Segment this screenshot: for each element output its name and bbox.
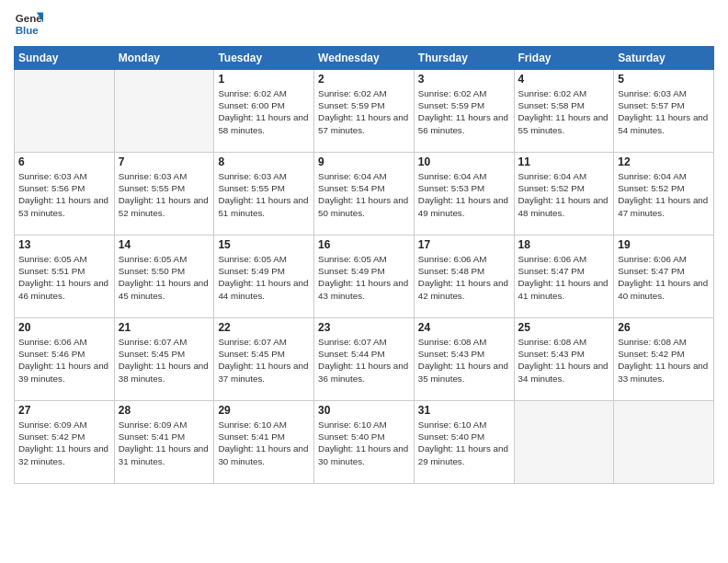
day-number: 4 — [518, 73, 610, 86]
header: General Blue — [14, 9, 714, 39]
weekday-header-tuesday: Tuesday — [214, 47, 314, 70]
day-number: 22 — [218, 321, 310, 334]
day-number: 8 — [218, 155, 310, 168]
calendar-cell: 14Sunrise: 6:05 AM Sunset: 5:50 PM Dayli… — [114, 236, 214, 318]
day-info: Sunrise: 6:03 AM Sunset: 5:57 PM Dayligh… — [618, 87, 710, 136]
day-info: Sunrise: 6:09 AM Sunset: 5:42 PM Dayligh… — [18, 419, 110, 467]
day-info: Sunrise: 6:07 AM Sunset: 5:45 PM Dayligh… — [119, 336, 210, 385]
day-number: 14 — [119, 238, 210, 251]
day-info: Sunrise: 6:06 AM Sunset: 5:47 PM Dayligh… — [518, 253, 610, 302]
calendar-cell — [15, 70, 115, 153]
calendar-week-4: 20Sunrise: 6:06 AM Sunset: 5:46 PM Dayli… — [15, 318, 714, 401]
day-number: 1 — [218, 73, 310, 86]
calendar-cell: 30Sunrise: 6:10 AM Sunset: 5:40 PM Dayli… — [314, 401, 415, 484]
calendar-week-3: 13Sunrise: 6:05 AM Sunset: 5:51 PM Dayli… — [15, 236, 714, 318]
calendar-cell: 11Sunrise: 6:04 AM Sunset: 5:52 PM Dayli… — [514, 153, 614, 236]
calendar-cell: 25Sunrise: 6:08 AM Sunset: 5:43 PM Dayli… — [514, 318, 614, 401]
calendar-cell: 23Sunrise: 6:07 AM Sunset: 5:44 PM Dayli… — [314, 318, 415, 401]
weekday-header-thursday: Thursday — [414, 47, 514, 70]
day-number: 11 — [518, 155, 610, 168]
weekday-row: SundayMondayTuesdayWednesdayThursdayFrid… — [15, 47, 714, 70]
calendar-week-2: 6Sunrise: 6:03 AM Sunset: 5:56 PM Daylig… — [15, 153, 714, 236]
day-info: Sunrise: 6:06 AM Sunset: 5:48 PM Dayligh… — [418, 253, 510, 302]
day-info: Sunrise: 6:08 AM Sunset: 5:43 PM Dayligh… — [418, 336, 510, 385]
calendar-cell: 22Sunrise: 6:07 AM Sunset: 5:45 PM Dayli… — [214, 318, 314, 401]
day-info: Sunrise: 6:10 AM Sunset: 5:41 PM Dayligh… — [218, 419, 310, 467]
day-info: Sunrise: 6:09 AM Sunset: 5:41 PM Dayligh… — [119, 419, 210, 467]
day-info: Sunrise: 6:06 AM Sunset: 5:46 PM Dayligh… — [18, 336, 110, 385]
calendar-week-5: 27Sunrise: 6:09 AM Sunset: 5:42 PM Dayli… — [15, 401, 714, 484]
day-number: 2 — [318, 73, 410, 86]
calendar-table: SundayMondayTuesdayWednesdayThursdayFrid… — [14, 46, 714, 484]
day-info: Sunrise: 6:02 AM Sunset: 5:59 PM Dayligh… — [418, 87, 510, 136]
calendar-cell: 31Sunrise: 6:10 AM Sunset: 5:40 PM Dayli… — [414, 401, 514, 484]
day-number: 7 — [119, 155, 210, 168]
day-number: 16 — [318, 238, 410, 251]
day-info: Sunrise: 6:07 AM Sunset: 5:45 PM Dayligh… — [218, 336, 310, 385]
day-number: 25 — [518, 321, 610, 334]
day-info: Sunrise: 6:03 AM Sunset: 5:56 PM Dayligh… — [18, 170, 110, 219]
day-info: Sunrise: 6:05 AM Sunset: 5:49 PM Dayligh… — [318, 253, 410, 302]
calendar-cell: 10Sunrise: 6:04 AM Sunset: 5:53 PM Dayli… — [414, 153, 514, 236]
day-info: Sunrise: 6:07 AM Sunset: 5:44 PM Dayligh… — [318, 336, 410, 385]
day-info: Sunrise: 6:06 AM Sunset: 5:47 PM Dayligh… — [618, 253, 710, 302]
day-info: Sunrise: 6:05 AM Sunset: 5:49 PM Dayligh… — [218, 253, 310, 302]
calendar-cell: 13Sunrise: 6:05 AM Sunset: 5:51 PM Dayli… — [15, 236, 115, 318]
day-info: Sunrise: 6:10 AM Sunset: 5:40 PM Dayligh… — [318, 419, 410, 467]
calendar-cell — [614, 401, 714, 484]
day-info: Sunrise: 6:04 AM Sunset: 5:54 PM Dayligh… — [318, 170, 410, 219]
day-number: 5 — [618, 73, 710, 86]
calendar-cell — [114, 70, 214, 153]
calendar-week-1: 1Sunrise: 6:02 AM Sunset: 6:00 PM Daylig… — [15, 70, 714, 153]
calendar-cell: 5Sunrise: 6:03 AM Sunset: 5:57 PM Daylig… — [614, 70, 714, 153]
calendar-cell: 27Sunrise: 6:09 AM Sunset: 5:42 PM Dayli… — [15, 401, 115, 484]
calendar-cell: 3Sunrise: 6:02 AM Sunset: 5:59 PM Daylig… — [414, 70, 514, 153]
calendar-cell: 28Sunrise: 6:09 AM Sunset: 5:41 PM Dayli… — [114, 401, 214, 484]
calendar-cell: 4Sunrise: 6:02 AM Sunset: 5:58 PM Daylig… — [514, 70, 614, 153]
day-number: 27 — [18, 404, 110, 417]
calendar-cell: 2Sunrise: 6:02 AM Sunset: 5:59 PM Daylig… — [314, 70, 415, 153]
calendar-cell: 24Sunrise: 6:08 AM Sunset: 5:43 PM Dayli… — [414, 318, 514, 401]
day-number: 31 — [418, 404, 510, 417]
day-number: 20 — [18, 321, 110, 334]
day-info: Sunrise: 6:04 AM Sunset: 5:53 PM Dayligh… — [418, 170, 510, 219]
calendar-cell: 21Sunrise: 6:07 AM Sunset: 5:45 PM Dayli… — [114, 318, 214, 401]
calendar-cell: 12Sunrise: 6:04 AM Sunset: 5:52 PM Dayli… — [614, 153, 714, 236]
calendar-cell: 29Sunrise: 6:10 AM Sunset: 5:41 PM Dayli… — [214, 401, 314, 484]
day-info: Sunrise: 6:08 AM Sunset: 5:42 PM Dayligh… — [618, 336, 710, 385]
day-info: Sunrise: 6:05 AM Sunset: 5:50 PM Dayligh… — [119, 253, 210, 302]
day-info: Sunrise: 6:03 AM Sunset: 5:55 PM Dayligh… — [119, 170, 210, 219]
day-number: 17 — [418, 238, 510, 251]
day-info: Sunrise: 6:02 AM Sunset: 5:59 PM Dayligh… — [318, 87, 410, 136]
day-info: Sunrise: 6:10 AM Sunset: 5:40 PM Dayligh… — [418, 419, 510, 467]
calendar-cell: 17Sunrise: 6:06 AM Sunset: 5:48 PM Dayli… — [414, 236, 514, 318]
day-number: 3 — [418, 73, 510, 86]
calendar-cell: 15Sunrise: 6:05 AM Sunset: 5:49 PM Dayli… — [214, 236, 314, 318]
day-number: 15 — [218, 238, 310, 251]
calendar-cell: 18Sunrise: 6:06 AM Sunset: 5:47 PM Dayli… — [514, 236, 614, 318]
day-number: 23 — [318, 321, 410, 334]
calendar-cell: 1Sunrise: 6:02 AM Sunset: 6:00 PM Daylig… — [214, 70, 314, 153]
calendar-cell: 19Sunrise: 6:06 AM Sunset: 5:47 PM Dayli… — [614, 236, 714, 318]
calendar-cell: 8Sunrise: 6:03 AM Sunset: 5:55 PM Daylig… — [214, 153, 314, 236]
weekday-header-wednesday: Wednesday — [314, 47, 415, 70]
day-number: 28 — [119, 404, 210, 417]
calendar-cell: 9Sunrise: 6:04 AM Sunset: 5:54 PM Daylig… — [314, 153, 415, 236]
calendar-cell — [514, 401, 614, 484]
day-number: 13 — [18, 238, 110, 251]
day-number: 12 — [618, 155, 710, 168]
calendar-body: 1Sunrise: 6:02 AM Sunset: 6:00 PM Daylig… — [15, 70, 714, 484]
day-info: Sunrise: 6:04 AM Sunset: 5:52 PM Dayligh… — [518, 170, 610, 219]
day-number: 6 — [18, 155, 110, 168]
calendar-cell: 7Sunrise: 6:03 AM Sunset: 5:55 PM Daylig… — [114, 153, 214, 236]
day-number: 19 — [618, 238, 710, 251]
day-number: 24 — [418, 321, 510, 334]
calendar-cell: 20Sunrise: 6:06 AM Sunset: 5:46 PM Dayli… — [15, 318, 115, 401]
weekday-header-friday: Friday — [514, 47, 614, 70]
day-number: 21 — [119, 321, 210, 334]
day-number: 10 — [418, 155, 510, 168]
weekday-header-monday: Monday — [114, 47, 214, 70]
calendar-cell: 26Sunrise: 6:08 AM Sunset: 5:42 PM Dayli… — [614, 318, 714, 401]
day-number: 18 — [518, 238, 610, 251]
day-info: Sunrise: 6:04 AM Sunset: 5:52 PM Dayligh… — [618, 170, 710, 219]
